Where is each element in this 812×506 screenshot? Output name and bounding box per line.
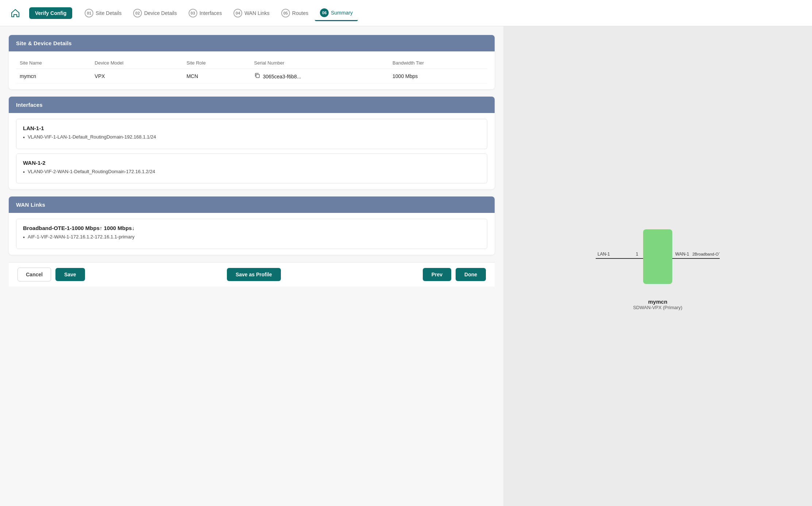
step-label-02: Device Details xyxy=(144,10,177,16)
cancel-button[interactable]: Cancel xyxy=(18,268,51,281)
col-site-name: Site Name xyxy=(16,57,91,69)
wan-link-title-0: Broadband-OTE-1-1000 Mbps↑ 1000 Mbps↓ xyxy=(23,225,480,231)
diagram-container: LAN-1 1 WAN-1 2Broadband-OTE-1 mymcn SDW… xyxy=(596,222,720,310)
cell-device-model: VPX xyxy=(91,69,183,83)
interface-detail-text-0: VLAN0-VIF-1-LAN-1-Default_RoutingDomain-… xyxy=(28,134,156,140)
interfaces-card: Interfaces LAN-1-1 VLAN0-VIF-1-LAN-1-Def… xyxy=(9,97,495,189)
svg-rect-1 xyxy=(643,229,672,284)
cell-bandwidth-tier: 1000 Mbps xyxy=(389,69,487,83)
svg-text:2Broadband-OTE-1: 2Broadband-OTE-1 xyxy=(692,252,720,256)
nav-step-01[interactable]: 01 Site Details xyxy=(80,6,127,20)
step-label-03: Interfaces xyxy=(200,10,222,16)
site-device-card: Site & Device Details Site Name Device M… xyxy=(9,35,495,89)
step-num-02: 02 xyxy=(133,9,142,17)
main-layout: Site & Device Details Site Name Device M… xyxy=(0,26,812,506)
nav-step-05[interactable]: 05 Routes xyxy=(276,6,313,20)
diagram-label: mymcn SDWAN-VPX (Primary) xyxy=(633,299,682,310)
network-diagram: LAN-1 1 WAN-1 2Broadband-OTE-1 xyxy=(596,222,720,295)
left-panel: Site & Device Details Site Name Device M… xyxy=(0,26,503,506)
wan-links-card: WAN Links Broadband-OTE-1-1000 Mbps↑ 100… xyxy=(9,196,495,255)
cell-serial-number: 3065cea3-f6b8... xyxy=(251,69,389,83)
svg-text:WAN-1: WAN-1 xyxy=(675,252,689,257)
prev-button[interactable]: Prev xyxy=(423,268,451,281)
svg-rect-0 xyxy=(256,74,259,78)
interface-title-1: WAN-1-2 xyxy=(23,160,480,166)
step-label-05: Routes xyxy=(292,10,308,16)
diagram-device-sub: SDWAN-VPX (Primary) xyxy=(633,305,682,310)
cell-site-name: mymcn xyxy=(16,69,91,83)
copy-icon[interactable] xyxy=(254,73,260,78)
svg-text:LAN-1: LAN-1 xyxy=(598,252,610,257)
nav-steps: 01 Site Details 02 Device Details 03 Int… xyxy=(80,5,805,21)
interface-item-1: WAN-1-2 VLAN0-VIF-2-WAN-1-Default_Routin… xyxy=(16,153,487,184)
step-label-06: Summary xyxy=(331,10,353,16)
wan-link-detail-0: AIF-1-VIF-2-WAN-1-172.16.1.2-172.16.1.1-… xyxy=(23,234,480,241)
step-num-06: 06 xyxy=(320,8,329,17)
wan-link-detail-text-0: AIF-1-VIF-2-WAN-1-172.16.1.2-172.16.1.1-… xyxy=(28,234,135,240)
home-icon[interactable] xyxy=(7,5,23,21)
interface-title-0: LAN-1-1 xyxy=(23,125,480,131)
interface-detail-text-1: VLAN0-VIF-2-WAN-1-Default_RoutingDomain-… xyxy=(28,169,155,174)
nav-step-02[interactable]: 02 Device Details xyxy=(128,6,182,20)
table-row: mymcn VPX MCN 3065cea3-f6b8 xyxy=(16,69,487,83)
bottom-toolbar: Cancel Save Save as Profile Prev Done xyxy=(9,262,495,287)
interface-detail-0: VLAN0-VIF-1-LAN-1-Default_RoutingDomain-… xyxy=(23,134,480,141)
top-nav: Verify Config 01 Site Details 02 Device … xyxy=(0,0,812,26)
col-site-role: Site Role xyxy=(183,57,250,69)
cell-site-role: MCN xyxy=(183,69,250,83)
col-bandwidth-tier: Bandwidth Tier xyxy=(389,57,487,69)
wan-links-body: Broadband-OTE-1-1000 Mbps↑ 1000 Mbps↓ AI… xyxy=(9,213,495,255)
wan-links-header: WAN Links xyxy=(9,196,495,213)
site-device-table: Site Name Device Model Site Role Serial … xyxy=(16,57,487,83)
interface-detail-1: VLAN0-VIF-2-WAN-1-Default_RoutingDomain-… xyxy=(23,169,480,176)
col-device-model: Device Model xyxy=(91,57,183,69)
verify-config-button[interactable]: Verify Config xyxy=(29,7,72,19)
interface-item-0: LAN-1-1 VLAN0-VIF-1-LAN-1-Default_Routin… xyxy=(16,119,487,149)
wan-link-item-0: Broadband-OTE-1-1000 Mbps↑ 1000 Mbps↓ AI… xyxy=(16,219,487,249)
step-num-03: 03 xyxy=(189,9,197,17)
site-device-header: Site & Device Details xyxy=(9,35,495,51)
step-label-04: WAN Links xyxy=(244,10,270,16)
step-num-05: 05 xyxy=(281,9,290,17)
step-label-01: Site Details xyxy=(96,10,121,16)
save-button[interactable]: Save xyxy=(55,268,85,281)
site-device-body: Site Name Device Model Site Role Serial … xyxy=(9,51,495,89)
interfaces-body: LAN-1-1 VLAN0-VIF-1-LAN-1-Default_Routin… xyxy=(9,113,495,189)
done-button[interactable]: Done xyxy=(456,268,486,281)
nav-step-06[interactable]: 06 Summary xyxy=(315,5,358,21)
svg-text:1: 1 xyxy=(636,252,638,257)
diagram-device-name: mymcn xyxy=(633,299,682,305)
save-as-profile-button[interactable]: Save as Profile xyxy=(227,268,281,281)
right-panel: LAN-1 1 WAN-1 2Broadband-OTE-1 mymcn SDW… xyxy=(503,26,812,506)
interfaces-header: Interfaces xyxy=(9,97,495,113)
step-num-01: 01 xyxy=(85,9,93,17)
nav-step-03[interactable]: 03 Interfaces xyxy=(183,6,227,20)
col-serial-number: Serial Number xyxy=(251,57,389,69)
nav-step-04[interactable]: 04 WAN Links xyxy=(228,6,275,20)
serial-number-value: 3065cea3-f6b8... xyxy=(263,74,301,79)
step-num-04: 04 xyxy=(233,9,242,17)
